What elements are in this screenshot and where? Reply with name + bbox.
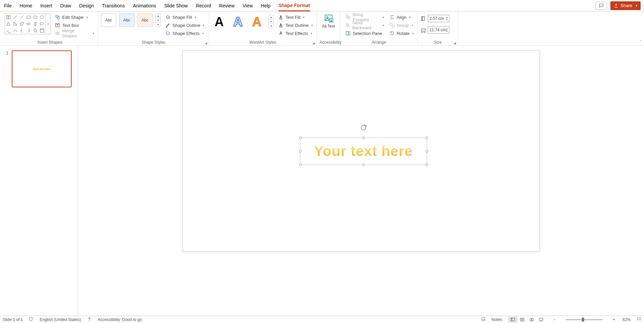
zoom-in-button[interactable]: + xyxy=(611,317,616,322)
zoom-slider-knob[interactable] xyxy=(582,318,584,322)
share-label: Share xyxy=(620,3,632,8)
text-outline-button[interactable]: Text Outline ▾ xyxy=(277,22,314,29)
comments-button[interactable] xyxy=(596,2,607,10)
wordart-text[interactable]: Your text here xyxy=(314,143,413,159)
share-button[interactable]: Share ▾ xyxy=(610,1,641,10)
shape-rightarrow-icon[interactable] xyxy=(25,21,32,27)
shape-line-icon[interactable] xyxy=(12,14,18,21)
svg-rect-5 xyxy=(56,15,58,17)
shape-style-gallery[interactable]: Abc Abc Abc ▴▾▾ xyxy=(101,13,161,27)
text-effects-button[interactable]: Text Effects ▾ xyxy=(277,30,314,37)
shape-gallery-dropdown[interactable]: ▾ xyxy=(46,13,50,34)
wordart-textbox[interactable]: Your text here xyxy=(300,137,427,165)
shape-brace-r-icon[interactable] xyxy=(25,27,32,34)
tab-view[interactable]: View xyxy=(243,0,253,11)
tab-help[interactable]: Help xyxy=(261,0,271,11)
tab-design[interactable]: Design xyxy=(79,0,94,11)
tab-transitions[interactable]: Transitions xyxy=(102,0,125,11)
collapse-ribbon-button[interactable]: ˅ xyxy=(640,40,641,43)
resize-handle-bl[interactable] xyxy=(299,163,302,166)
dialog-launcher-icon[interactable]: ◢ xyxy=(453,41,456,45)
shape-effects-button[interactable]: Shape Effects ▾ xyxy=(164,30,205,37)
fit-slide-button[interactable] xyxy=(637,317,641,322)
tab-shape-format[interactable]: Shape Format xyxy=(278,0,310,11)
svg-rect-2 xyxy=(34,16,37,18)
width-input[interactable]: 11.74 cm ▴▾ xyxy=(428,26,449,34)
resize-handle-tc[interactable] xyxy=(362,136,365,139)
notes-button[interactable]: Notes xyxy=(492,317,502,322)
shape-tri-icon[interactable] xyxy=(5,21,12,27)
edit-shape-button[interactable]: Edit Shape ▾ xyxy=(54,13,95,21)
selection-pane-button[interactable]: Selection Pane xyxy=(344,30,385,37)
shape-roundrect-icon[interactable] xyxy=(32,14,39,21)
rotate-button[interactable]: Rotate ▾ xyxy=(388,30,415,37)
width-spinner[interactable]: ▴▾ xyxy=(446,28,448,32)
wordart-style-2[interactable]: A xyxy=(231,13,247,30)
svg-rect-36 xyxy=(511,318,512,321)
wordart-style-3[interactable]: A xyxy=(250,13,266,30)
shape-textbox-icon[interactable] xyxy=(5,14,12,21)
tab-draw[interactable]: Draw xyxy=(60,0,71,11)
tab-file[interactable]: File xyxy=(4,0,12,11)
tab-animations[interactable]: Animations xyxy=(133,0,156,11)
rotation-handle[interactable] xyxy=(359,124,368,133)
shape-line2-icon[interactable] xyxy=(18,14,25,21)
tab-insert[interactable]: Insert xyxy=(40,0,52,11)
shape-arc-icon[interactable] xyxy=(12,27,18,34)
spellcheck-icon[interactable] xyxy=(29,317,34,322)
view-slideshow[interactable] xyxy=(536,317,546,323)
alt-text-button[interactable]: Alt Text xyxy=(320,13,337,29)
zoom-level[interactable]: 82% xyxy=(622,317,631,322)
shape-gallery[interactable]: ▾ xyxy=(5,13,50,34)
accessibility-icon[interactable] xyxy=(87,317,92,322)
resize-handle-tl[interactable] xyxy=(299,136,302,139)
shape-pentagon-icon[interactable] xyxy=(39,21,45,27)
height-input[interactable]: 2.57 cm ▴▾ xyxy=(428,15,449,22)
slide-thumbnail-1[interactable]: Your text here xyxy=(12,50,72,87)
slide-canvas-area[interactable]: Your text here xyxy=(78,46,644,316)
shape-star-icon[interactable] xyxy=(32,27,39,34)
resize-handle-tr[interactable] xyxy=(425,136,428,139)
accessibility-status[interactable]: Accessibility: Good to go xyxy=(98,317,142,322)
shape-lshape-icon[interactable] xyxy=(12,21,18,27)
shape-action-icon[interactable] xyxy=(39,27,45,34)
view-normal[interactable] xyxy=(508,317,518,323)
wordart-style-nav[interactable]: ▴▾▾ xyxy=(268,15,274,28)
language-status[interactable]: English (United States) xyxy=(40,317,81,322)
resize-handle-ml[interactable] xyxy=(299,150,302,153)
shape-brace-l-icon[interactable] xyxy=(18,27,25,34)
view-sorter[interactable] xyxy=(518,317,527,323)
zoom-out-button[interactable]: − xyxy=(552,317,557,322)
tab-record[interactable]: Record xyxy=(196,0,211,11)
shape-curve-icon[interactable] xyxy=(5,27,12,34)
zoom-slider[interactable] xyxy=(566,319,603,320)
resize-handle-bc[interactable] xyxy=(362,163,365,166)
shape-oval-icon[interactable] xyxy=(39,14,45,21)
shape-fill-button[interactable]: Shape Fill ▾ xyxy=(164,13,205,21)
notes-icon[interactable] xyxy=(481,317,486,322)
text-fill-button[interactable]: Text Fill ▾ xyxy=(277,13,314,21)
wordart-style-1[interactable]: A xyxy=(212,13,228,30)
wordart-style-gallery[interactable]: A A A ▴▾▾ xyxy=(212,13,274,30)
tab-home[interactable]: Home xyxy=(20,0,32,11)
shape-style-1[interactable]: Abc xyxy=(101,13,116,27)
text-box-button[interactable]: Text Box xyxy=(54,22,95,29)
shape-style-nav[interactable]: ▴▾▾ xyxy=(155,13,161,27)
shape-updown-icon[interactable] xyxy=(32,21,39,27)
shape-style-2[interactable]: Abc xyxy=(119,13,135,27)
resize-handle-br[interactable] xyxy=(425,163,428,166)
height-spinner[interactable]: ▴▾ xyxy=(446,16,448,21)
thumbnail-panel[interactable]: 1 Your text here xyxy=(0,46,78,316)
align-button[interactable]: Align ▾ xyxy=(388,13,415,21)
tab-review[interactable]: Review xyxy=(219,0,235,11)
dialog-launcher-icon[interactable]: ◢ xyxy=(204,41,207,45)
shape-elbow-icon[interactable] xyxy=(18,21,25,27)
shape-style-3[interactable]: Abc xyxy=(137,13,153,27)
view-reading[interactable] xyxy=(527,317,536,323)
shape-rect-icon[interactable] xyxy=(25,14,32,21)
slide[interactable]: Your text here xyxy=(183,50,540,251)
dialog-launcher-icon[interactable]: ◢ xyxy=(312,41,315,45)
shape-outline-button[interactable]: Shape Outline ▾ xyxy=(164,22,205,29)
resize-handle-mr[interactable] xyxy=(425,150,428,153)
tab-slide-show[interactable]: Slide Show xyxy=(164,0,188,11)
